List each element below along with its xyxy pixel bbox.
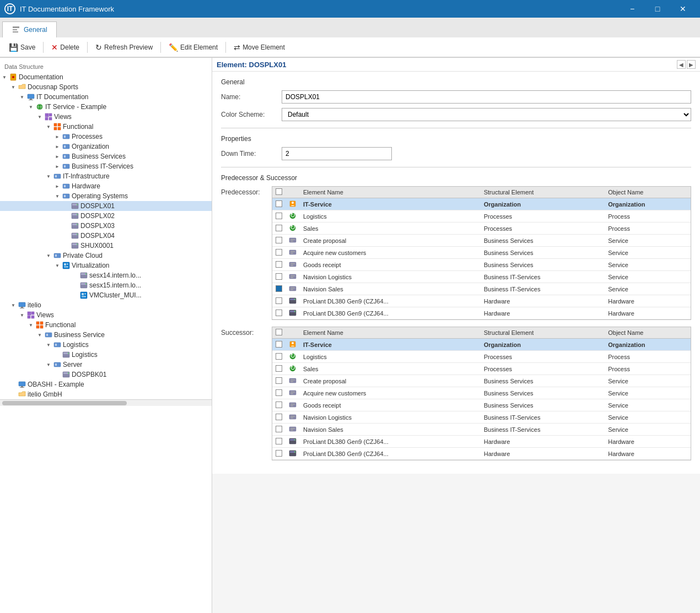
tree-item-itelio-gmbh[interactable]: itelio GmbH	[0, 389, 212, 399]
maximize-button[interactable]: □	[645, 0, 670, 18]
tree-item-hardware[interactable]: ►Hardware	[0, 181, 212, 191]
table-row[interactable]: Navision LogisticsBusiness IT-ServicesSe…	[272, 411, 691, 424]
tree-expander-opsys[interactable]: ▼	[53, 192, 62, 200]
row-checkbox[interactable]	[276, 249, 282, 256]
table-row[interactable]: ProLiant DL380 Gen9 (CZJ64...HardwareHar…	[272, 448, 691, 460]
table-row[interactable]: Navision SalesBusiness IT-ServicesServic…	[272, 283, 691, 295]
table-row[interactable]: ↻SalesProcessesProcess	[272, 363, 691, 375]
tree-item-virtualization[interactable]: ▼Virtualization	[0, 261, 212, 270]
tree-expander-itelio-bizsvc[interactable]: ▼	[35, 330, 44, 339]
tree-expander-itdoc[interactable]: ▼	[18, 93, 26, 101]
row-checkbox[interactable]	[276, 353, 282, 360]
row-checkbox[interactable]	[276, 450, 282, 457]
table-row[interactable]: Goods receiptBusiness ServicesService	[272, 259, 691, 271]
table-row[interactable]: Navision SalesBusiness IT-ServicesServic…	[272, 424, 691, 436]
tree-expander-sesx15[interactable]	[71, 281, 79, 290]
tree-expander-docs[interactable]: ▼	[0, 73, 9, 82]
tree-expander-itelio[interactable]: ▼	[9, 301, 18, 310]
tree-item-dosplx01[interactable]: DOSPLX01	[0, 201, 212, 211]
tree-expander-functional[interactable]: ▼	[44, 122, 53, 131]
tree-expander-dospbk01[interactable]	[53, 370, 62, 379]
tree-expander-dosplx03[interactable]	[62, 221, 71, 230]
tree-expander-itinfra[interactable]: ▼	[44, 172, 53, 181]
tree-expander-itelio-server[interactable]: ▼	[44, 360, 53, 369]
table-row[interactable]: Navision LogisticsBusiness IT-ServicesSe…	[272, 271, 691, 283]
tree-item-itelio-views[interactable]: ▼Views	[0, 310, 212, 320]
save-button[interactable]: 💾 Save	[4, 41, 40, 53]
tree-item-functional[interactable]: ▼Functional	[0, 122, 212, 132]
table-row[interactable]: ↻SalesProcessesProcess	[272, 223, 691, 235]
tree-expander-organization[interactable]: ►	[53, 142, 62, 151]
tree-item-itsvc[interactable]: ▼IT Service - Example	[0, 102, 212, 112]
table-row[interactable]: ↻LogisticsProcessesProcess	[272, 351, 691, 363]
row-checkbox[interactable]	[276, 200, 282, 207]
tree-expander-bizsvcs[interactable]: ►	[53, 152, 62, 161]
row-checkbox[interactable]	[276, 402, 282, 408]
edit-element-button[interactable]: ✏️ Edit Element	[164, 41, 222, 53]
close-button[interactable]: ✕	[670, 0, 696, 18]
tree-expander-dosplx01[interactable]	[62, 202, 71, 210]
successor-table-wrapper[interactable]: Element Name Structural Element Object N…	[272, 327, 691, 460]
table-row[interactable]: ProLiant DL380 Gen9 (CZJ64...HardwareHar…	[272, 307, 691, 319]
tree-item-sesx15[interactable]: sesx15.intern.lo...	[0, 280, 212, 290]
tree-expander-itelio-logistics2[interactable]	[53, 350, 62, 359]
row-checkbox[interactable]	[276, 438, 282, 444]
table-row[interactable]: IT-ServiceOrganizationOrganization	[272, 339, 691, 351]
tab-general[interactable]: General	[2, 21, 57, 37]
tree-item-itdoc[interactable]: ▼IT Documentation	[0, 92, 212, 102]
move-element-button[interactable]: ⇄ Move Element	[229, 41, 289, 53]
nav-next-button[interactable]: ▶	[687, 60, 696, 69]
tree-expander-dosplx04[interactable]	[62, 231, 71, 240]
tree-item-shux0001[interactable]: SHUX0001	[0, 241, 212, 251]
tree-panel[interactable]: Data Structure ▼Documentation▼Docusnap S…	[0, 58, 212, 613]
table-row[interactable]: Acquire new customersBusiness ServicesSe…	[272, 387, 691, 399]
tree-expander-docusnap[interactable]: ▼	[9, 83, 18, 91]
row-checkbox[interactable]	[276, 426, 282, 432]
minimize-button[interactable]: −	[620, 0, 645, 18]
tree-expander-obashi[interactable]	[9, 380, 18, 389]
row-checkbox[interactable]	[276, 237, 282, 243]
delete-button[interactable]: ✕ Delete	[47, 41, 84, 53]
row-checkbox[interactable]	[276, 213, 282, 219]
tree-item-itelio-func[interactable]: ▼Functional	[0, 320, 212, 330]
row-checkbox[interactable]	[276, 414, 282, 420]
row-checkbox[interactable]	[276, 261, 282, 268]
table-row[interactable]: ProLiant DL380 Gen9 (CZJ64...HardwareHar…	[272, 295, 691, 307]
tree-item-bizsvcs[interactable]: ►Business Services	[0, 151, 212, 161]
tree-item-privatecloud[interactable]: ▼Private Cloud	[0, 251, 212, 261]
tree-item-vmcluster[interactable]: VMCluster_MUI...	[0, 290, 212, 300]
tree-expander-hardware[interactable]: ►	[53, 182, 62, 191]
table-row[interactable]: Goods receiptBusiness ServicesService	[272, 399, 691, 411]
tree-expander-vmcluster[interactable]	[71, 291, 79, 300]
row-checkbox[interactable]	[276, 341, 282, 348]
tree-expander-virtualization[interactable]: ▼	[53, 261, 62, 270]
tree-item-dosplx02[interactable]: DOSPLX02	[0, 211, 212, 221]
tree-expander-shux0001[interactable]	[62, 241, 71, 250]
tree-expander-privatecloud[interactable]: ▼	[44, 251, 53, 260]
tree-expander-itelio-func[interactable]: ▼	[26, 321, 35, 329]
tree-item-dospbk01[interactable]: DOSPBK01	[0, 370, 212, 379]
tree-item-docusnap[interactable]: ▼Docusnap Sports	[0, 82, 212, 92]
color-scheme-select[interactable]: Default Blue Red Green	[282, 108, 691, 121]
row-checkbox[interactable]	[276, 310, 282, 316]
tree-item-docs[interactable]: ▼Documentation	[0, 72, 212, 82]
tree-item-bizitsvcs[interactable]: ►Business IT-Services	[0, 161, 212, 171]
tree-expander-dosplx02[interactable]	[62, 211, 71, 220]
tree-expander-processes[interactable]: ►	[53, 132, 62, 141]
tree-item-organization[interactable]: ►Organization	[0, 142, 212, 151]
tree-item-sesx14[interactable]: sesx14.intern.lo...	[0, 270, 212, 280]
tree-item-itelio-logistics2[interactable]: Logistics	[0, 350, 212, 360]
tree-expander-itelio-views[interactable]: ▼	[18, 311, 26, 319]
refresh-preview-button[interactable]: ↻ Refresh Preview	[91, 41, 157, 53]
table-row[interactable]: Create proposalBusiness ServicesService	[272, 375, 691, 387]
tree-hscroll[interactable]	[0, 399, 212, 406]
row-checkbox[interactable]	[276, 297, 282, 304]
table-row[interactable]: Create proposalBusiness ServicesService	[272, 235, 691, 247]
tree-item-opsys[interactable]: ▼Operating Systems	[0, 191, 212, 201]
row-checkbox[interactable]	[276, 225, 282, 231]
name-input[interactable]	[282, 90, 691, 104]
table-row[interactable]: ProLiant DL380 Gen9 (CZJ64...HardwareHar…	[272, 436, 691, 448]
predecessor-table-wrapper[interactable]: Element Name Structural Element Object N…	[272, 186, 691, 320]
tree-item-itelio[interactable]: ▼itelio	[0, 300, 212, 310]
tree-item-processes[interactable]: ►Processes	[0, 132, 212, 142]
